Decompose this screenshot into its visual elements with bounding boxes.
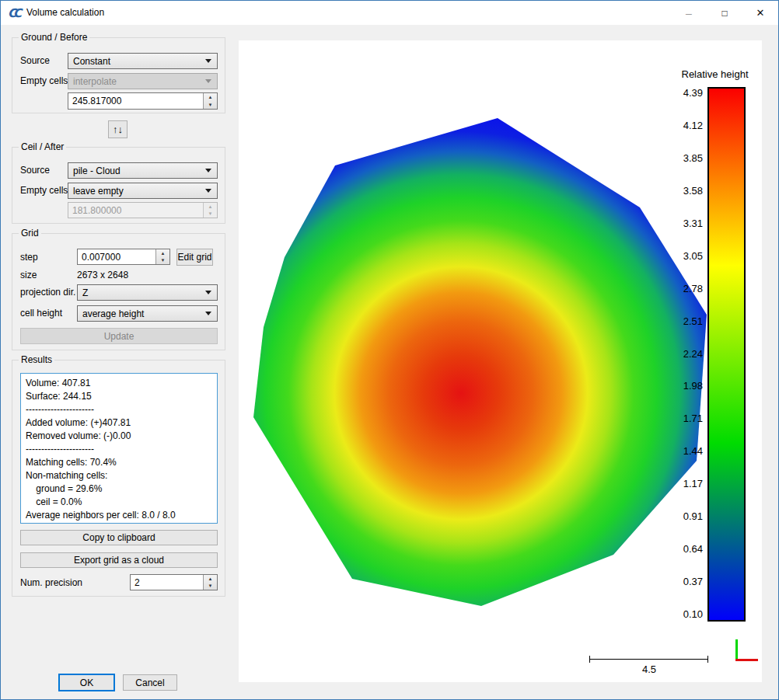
spinner-buttons[interactable]: ▲▼	[203, 93, 217, 109]
maximize-button[interactable]: □	[707, 1, 742, 25]
colorbar-tick-label: 2.51	[655, 315, 703, 328]
grid-group: Grid step 0.007000 ▲▼ Edit grid size 267…	[12, 233, 225, 350]
ok-button[interactable]: OK	[58, 674, 115, 691]
colorbar-title: Relative height	[658, 68, 771, 80]
spin-up-icon: ▲	[204, 203, 217, 211]
ceil-empty-cells-dropdown[interactable]: leave empty	[68, 183, 218, 199]
cell-height-dropdown[interactable]: average height	[77, 305, 218, 322]
minimize-icon: –	[686, 7, 692, 19]
results-group-title: Results	[19, 354, 54, 365]
ceil-empty-cells-label: Empty cells	[20, 185, 68, 196]
cell-height-label: cell height	[20, 308, 62, 319]
3d-viewport[interactable]: Relative height 4.394.123.853.583.313.05…	[239, 40, 762, 682]
cancel-button[interactable]: Cancel	[123, 674, 177, 691]
swap-ground-ceil-button[interactable]: ↑↓	[108, 120, 128, 138]
swap-icon: ↑↓	[113, 124, 123, 135]
colorbar-tick-label: 1.17	[655, 478, 703, 490]
spin-down-icon: ▼	[204, 211, 217, 218]
num-precision-input[interactable]: 2 ▲▼	[130, 574, 218, 590]
scale-bar-right-tick	[707, 656, 708, 663]
minimize-button[interactable]: –	[671, 1, 707, 25]
axis-x-icon	[735, 659, 758, 661]
grid-step-input[interactable]: 0.007000 ▲▼	[77, 249, 170, 265]
edit-grid-button[interactable]: Edit grid	[176, 249, 213, 266]
chevron-down-icon	[205, 189, 211, 193]
ground-empty-cells-dropdown: interpolate	[68, 73, 218, 89]
scale-bar	[589, 659, 708, 660]
spin-up-icon[interactable]: ▲	[156, 249, 169, 257]
chevron-down-icon	[205, 59, 211, 63]
grid-group-title: Grid	[19, 228, 41, 239]
colorbar-tick-label: 3.85	[655, 152, 703, 165]
update-button: Update	[20, 328, 218, 344]
axis-y-icon	[735, 639, 738, 661]
colorbar-tick-label: 1.44	[655, 445, 703, 458]
colorbar-tick-label: 0.64	[655, 543, 703, 555]
ceil-after-group: Ceil / After Source pile - Cloud Empty c…	[12, 147, 225, 224]
chevron-down-icon	[205, 79, 211, 83]
ground-source-dropdown[interactable]: Constant	[68, 53, 218, 69]
ceil-after-group-title: Ceil / After	[19, 141, 66, 152]
chevron-down-icon	[205, 291, 211, 294]
colorbar-tick-label: 4.12	[655, 120, 703, 132]
projection-dir-dropdown[interactable]: Z	[77, 284, 218, 301]
close-button[interactable]: ✕	[742, 1, 778, 25]
ground-empty-cells-label: Empty cells	[20, 75, 68, 86]
ground-source-label: Source	[20, 55, 50, 66]
spin-down-icon[interactable]: ▼	[156, 257, 169, 265]
colorbar	[707, 87, 746, 622]
colorbar-tick-label: 3.31	[655, 218, 703, 230]
size-label: size	[20, 270, 37, 280]
colorbar-tick-label: 4.39	[655, 87, 703, 99]
ceil-source-label: Source	[20, 165, 50, 176]
ground-constant-height-input[interactable]: 245.817000 ▲▼	[68, 92, 218, 110]
ground-before-group: Ground / Before Source Constant Empty ce…	[12, 37, 225, 113]
results-output[interactable]: Volume: 407.81 Surface: 244.15 ---------…	[20, 373, 218, 524]
chevron-down-icon	[205, 169, 211, 172]
ceil-source-dropdown[interactable]: pile - Cloud	[68, 162, 218, 179]
colorbar-tick-label: 0.10	[655, 608, 703, 621]
maximize-icon: □	[721, 8, 727, 19]
step-label: step	[20, 252, 38, 263]
spin-down-icon[interactable]: ▼	[204, 101, 217, 109]
ground-before-group-title: Ground / Before	[19, 32, 89, 43]
close-icon: ✕	[756, 7, 765, 19]
volume-calculation-dialog: CC Volume calculation – □ ✕ Ground / Bef…	[0, 0, 779, 700]
title-bar[interactable]: CC Volume calculation – □ ✕	[1, 1, 778, 25]
num-precision-label: Num. precision	[20, 577, 82, 588]
export-grid-button[interactable]: Export grid as a cloud	[20, 552, 218, 568]
colorbar-tick-label: 1.71	[655, 413, 703, 425]
scale-bar-label: 4.5	[633, 663, 665, 675]
window-title: Volume calculation	[26, 7, 104, 18]
results-group: Results Volume: 407.81 Surface: 244.15 -…	[12, 360, 225, 597]
spinner-buttons: ▲▼	[203, 203, 217, 218]
spin-down-icon[interactable]: ▼	[204, 583, 217, 590]
colorbar-tick-label: 0.91	[655, 510, 703, 523]
spin-up-icon[interactable]: ▲	[204, 93, 217, 101]
ceil-constant-height-input: 181.800000 ▲▼	[68, 202, 218, 218]
colorbar-tick-label: 0.37	[655, 576, 703, 588]
spin-up-icon[interactable]: ▲	[204, 575, 217, 583]
colorbar-tick-label: 3.05	[655, 250, 703, 263]
chevron-down-icon	[205, 312, 211, 315]
colorbar-tick-label: 3.58	[655, 185, 703, 197]
colorbar-tick-label: 2.24	[655, 348, 703, 360]
colorbar-tick-label: 1.98	[655, 380, 703, 392]
grid-size-value: 2673 x 2648	[77, 270, 128, 280]
spinner-buttons[interactable]: ▲▼	[203, 575, 217, 590]
copy-to-clipboard-button[interactable]: Copy to clipboard	[20, 530, 218, 545]
colorbar-tick-label: 2.78	[655, 283, 703, 295]
spinner-buttons[interactable]: ▲▼	[155, 249, 169, 264]
window-controls: – □ ✕	[671, 1, 778, 25]
cloudcompare-logo-icon: CC	[8, 6, 19, 20]
scale-bar-left-tick	[589, 656, 590, 663]
projection-dir-label: projection dir.	[20, 287, 75, 298]
